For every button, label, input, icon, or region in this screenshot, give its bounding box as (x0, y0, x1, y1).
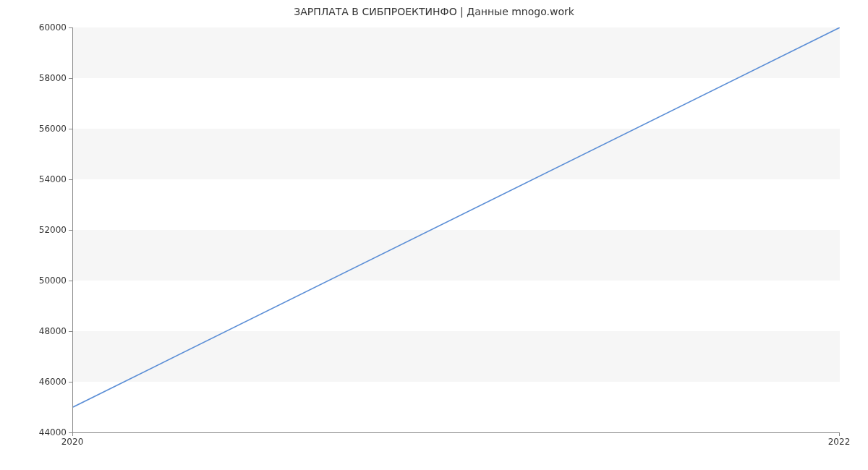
y-tick-label: 56000 (39, 124, 67, 134)
x-tick-label: 2022 (828, 437, 851, 447)
line-layer (73, 27, 840, 432)
series-salary (73, 27, 840, 407)
y-tick-label: 58000 (39, 73, 67, 83)
y-tick-label: 54000 (39, 174, 67, 184)
y-tick-label: 44000 (39, 427, 67, 437)
x-tick-label: 2020 (61, 437, 84, 447)
plot-area (72, 27, 840, 433)
chart-container: ЗАРПЛАТА В СИБПРОЕКТИНФО | Данные mnogo.… (0, 0, 868, 470)
y-tick-label: 46000 (39, 377, 67, 387)
y-tick-label: 52000 (39, 225, 67, 235)
y-tick-label: 60000 (39, 22, 67, 33)
chart-title: ЗАРПЛАТА В СИБПРОЕКТИНФО | Данные mnogo.… (0, 6, 868, 17)
y-tick-label: 50000 (39, 275, 67, 286)
y-tick-label: 48000 (39, 326, 67, 336)
